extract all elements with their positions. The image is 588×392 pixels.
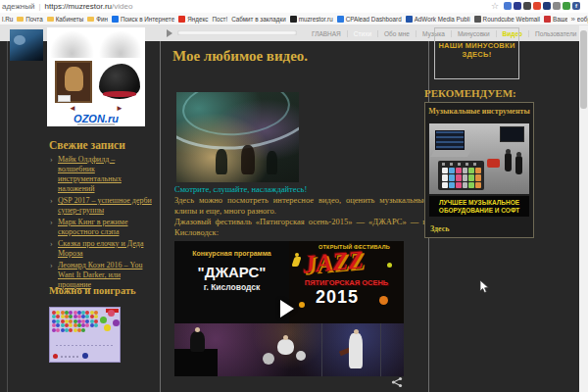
ozon-ad-widget[interactable]: ◄ ► OZON.ru <box>47 27 145 126</box>
browser-window: адежный | https://muzrestor.ru/video ☆ f… <box>0 0 588 392</box>
extension-icon[interactable] <box>504 2 512 10</box>
recent-posts-list: ›Майк Олдфилд – волшебник инструментальн… <box>49 155 153 292</box>
recent-post-link[interactable]: Майк Олдфилд – волшебник инструментальны… <box>58 155 122 193</box>
bubble-game-widget[interactable] <box>49 307 121 363</box>
extension-icon[interactable] <box>533 2 541 10</box>
carousel-next-arrow[interactable]: ► <box>116 105 123 113</box>
stage-truss <box>321 323 322 376</box>
recent-post-link[interactable]: QSP 2017 – успешное дерби супер-группы <box>58 196 152 215</box>
bookmark-item[interactable]: Пост! <box>212 16 227 23</box>
bubble <box>56 311 60 315</box>
bookmark-item[interactable]: Кабинеты <box>47 16 83 23</box>
bubble <box>85 323 89 327</box>
scrollbar-thumb[interactable] <box>580 30 587 109</box>
bookmark-item[interactable]: muzrestor.ru <box>290 16 333 23</box>
nav-item-обо мне[interactable]: Обо мне <box>377 30 416 37</box>
minusovki-promo-box[interactable]: НАШИ МИНУСОВКИ ЗДЕСЬ! <box>434 27 519 79</box>
piano <box>174 349 218 376</box>
product-image[interactable] <box>48 28 96 58</box>
bookmark-item[interactable]: Поиск в Интернете <box>112 16 174 23</box>
bookmark-label: Яндекс <box>187 16 208 23</box>
music-gear-image[interactable] <box>429 123 529 194</box>
pad <box>475 182 481 188</box>
bubble <box>85 319 89 323</box>
bubble <box>100 317 107 323</box>
bookmark-star-icon[interactable]: ☆ <box>491 2 499 11</box>
pad <box>442 168 448 173</box>
url-text[interactable]: https://muzrestor.ru/video <box>45 2 133 11</box>
bubble <box>94 315 98 318</box>
price-chip <box>58 95 71 102</box>
scrollbar-track[interactable] <box>579 25 588 392</box>
bookmark-item[interactable]: Яндекс <box>178 16 208 23</box>
ozon-logo-subline <box>77 123 115 125</box>
bookmark-label: Почта <box>25 16 43 23</box>
bookmark-item[interactable]: Сабмит в закладки <box>231 16 286 23</box>
recent-post-link[interactable]: Сказка про елочку и Деда Мороза <box>58 239 143 258</box>
video-thumbnail[interactable] <box>176 92 299 182</box>
bubble <box>69 323 73 327</box>
bookmark-item[interactable]: Roundcube Webmail <box>474 16 540 23</box>
play-heading: Можно и поиграть <box>49 285 136 296</box>
recommend-widget[interactable]: Музыкальные инструменты ЛУЧШЕЕ МУЗЫКАЛЬН… <box>424 102 534 238</box>
share-icon[interactable] <box>391 376 403 388</box>
pad <box>463 174 468 180</box>
recent-post-item: ›Сказка про елочку и Деда Мороза <box>49 239 153 259</box>
pad <box>468 168 474 173</box>
bookmarks-overflow-chevron[interactable]: » <box>567 13 577 24</box>
product-image-iron[interactable] <box>99 64 140 99</box>
nav-item-стихи[interactable]: Стихи <box>347 30 377 37</box>
widget-caption: ЛУЧШЕЕ МУЗЫКАЛЬНОЕ ОБОРУДОВАНИЕ И СОФТ <box>429 196 529 217</box>
pad <box>468 182 474 188</box>
bookmark-item[interactable]: l.Ru <box>2 16 13 23</box>
jazz-logo: JAZZ <box>302 245 365 279</box>
bookmark-item[interactable]: Фин <box>87 16 108 23</box>
figure-silhouette <box>216 149 227 174</box>
folder-icon <box>87 17 94 22</box>
nav-item-пользователи[interactable]: Пользователи <box>528 30 582 37</box>
bookmarks-items: l.RuПочтаКабинетыФинПоиск в ИнтернетеЯнд… <box>2 16 588 23</box>
recent-post-link[interactable]: Марк Кинг в режиме скоростного слэпа <box>58 218 127 236</box>
bookmark-item[interactable]: AdWork Media Publi <box>406 16 470 23</box>
extension-icon[interactable] <box>523 2 531 10</box>
bubble <box>74 311 77 315</box>
extension-icon[interactable] <box>553 2 561 10</box>
ozon-product-images[interactable] <box>48 28 144 58</box>
column-divider-left <box>160 41 161 392</box>
bookmark-item[interactable]: Ваше преображение <box>544 16 588 23</box>
url-path: /video <box>112 2 132 11</box>
extension-icon[interactable]: f <box>572 2 580 10</box>
paint-splat <box>379 296 388 305</box>
product-image[interactable] <box>97 28 145 58</box>
product-image-book[interactable] <box>55 61 92 103</box>
figure-head <box>354 329 359 334</box>
square-icon <box>406 16 413 23</box>
widget-link[interactable]: Здесь <box>430 224 450 233</box>
bookmark-item[interactable]: CPAlead Dashboard <box>337 16 402 23</box>
bubble <box>56 315 60 318</box>
address-bar[interactable]: адежный | https://muzrestor.ru/video ☆ f <box>0 0 588 13</box>
pad <box>468 174 474 180</box>
festival-poster: ОТКРЫТЫЙ ФЕСТИВАЛЬ JAZZ ПЯТИГОРСКАЯ ОСЕН… <box>289 241 404 323</box>
play-button-icon[interactable] <box>280 300 294 318</box>
extension-icon[interactable] <box>514 2 521 10</box>
nav-item-главная[interactable]: ГЛАВНАЯ <box>306 30 347 37</box>
photo-thumbnail[interactable] <box>10 29 43 61</box>
pad <box>449 174 455 180</box>
festival-name: ПЯТИГОРСКАЯ ОСЕНЬ <box>289 278 404 287</box>
bookmarks-bar: l.RuПочтаКабинетыФинПоиск в ИнтернетеЯнд… <box>0 13 588 25</box>
paint-splat <box>299 302 305 308</box>
minusovki-promo-text: НАШИ МИНУСОВКИ ЗДЕСЬ! <box>435 42 518 60</box>
bubble <box>61 311 65 315</box>
bookmark-item[interactable]: Почта <box>17 16 43 23</box>
bookmark-label: Сабмит в закладки <box>231 16 286 23</box>
audio-play-icon[interactable] <box>167 29 172 37</box>
audio-seek-bar[interactable] <box>177 30 297 35</box>
bubble <box>69 311 73 315</box>
city-label: г. Кисловодск <box>174 282 289 292</box>
carousel-prev-arrow[interactable]: ◄ <box>69 105 76 113</box>
bookmark-label: Фин <box>96 16 108 23</box>
youtube-player[interactable]: Конкурсная программа "ДЖАРС" г. Кисловод… <box>174 241 404 376</box>
extension-icon[interactable] <box>563 2 570 10</box>
extension-icon[interactable] <box>543 2 551 10</box>
